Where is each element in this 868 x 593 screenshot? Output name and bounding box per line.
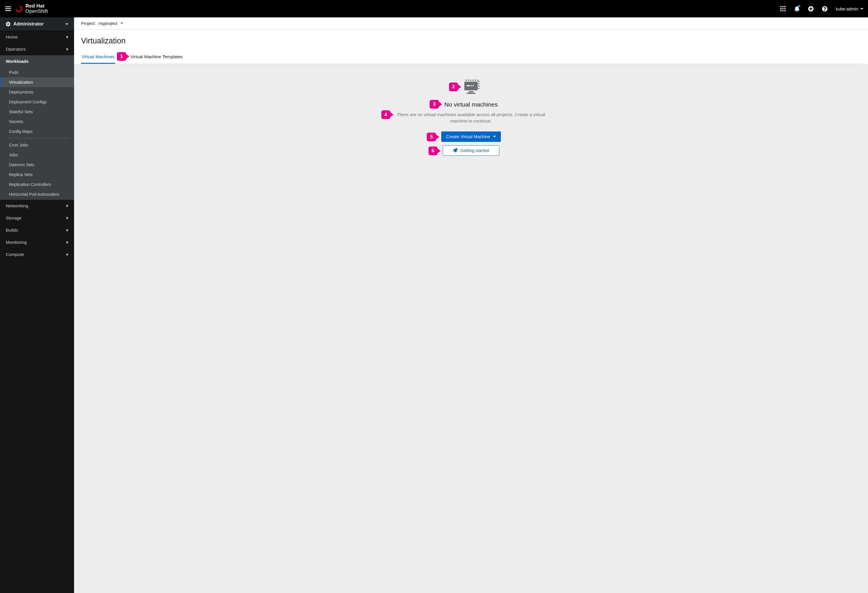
chevron-right-icon [66,217,68,219]
brand: Red Hat OpenShift [15,3,48,14]
help-button[interactable] [822,6,828,12]
tab-virtual-machines[interactable]: Virtual Machines 1 [81,51,115,64]
chevron-right-icon [66,48,68,51]
hamburger-menu-button[interactable] [2,3,14,15]
tab-label: Virtual Machines [81,54,115,59]
import-yaml-button[interactable] [808,6,813,12]
sidebar-item-home[interactable]: Home [0,31,74,43]
tab-vm-templates[interactable]: Virtual Machine Templates [130,51,183,64]
svg-rect-0 [5,6,11,7]
sidebar-item-label: Deployment Configs [9,100,47,104]
sidebar-item-label: Config Maps [9,129,32,134]
svg-rect-19 [478,86,480,87]
chevron-right-icon [66,35,68,38]
sidebar-item-compute[interactable]: Compute [0,248,74,260]
sidebar-item-workloads[interactable]: Workloads [0,55,74,68]
empty-heading: 3 No virtual machines [444,101,497,108]
create-vm-button[interactable]: 5 Create Virtual Machine [441,132,501,142]
svg-rect-11 [465,80,467,81]
sidebar-item-builds[interactable]: Builds [0,224,74,236]
sidebar-item-jobs[interactable]: Jobs [0,150,74,160]
sidebar-item-cron-jobs[interactable]: Cron Jobs [0,140,74,150]
annotation-number: 5 [427,133,436,141]
redhat-logo-icon [15,5,22,12]
sidebar-item-replication-controllers[interactable]: Replication Controllers [0,179,74,189]
svg-rect-20 [478,88,480,89]
sidebar-item-label: Workloads [6,59,29,64]
annotation-number: 1 [117,52,126,61]
chevron-right-icon [66,253,68,256]
masthead: Red Hat OpenShift kube:admin [0,0,868,17]
sidebar-item-daemon-sets[interactable]: Daemon Sets [0,160,74,170]
app-launcher-button[interactable] [780,6,786,12]
sidebar-item-label: Compute [6,252,24,257]
annotation-arrow-icon [436,135,439,140]
sidebar-item-monitoring[interactable]: Monitoring [0,236,74,248]
chevron-right-icon [66,204,68,207]
empty-illustration: 2 [364,80,578,94]
svg-rect-6 [469,91,473,92]
empty-body: 4 There are no virtual machines availabl… [396,111,546,124]
annotation-number: 2 [449,83,458,91]
sidebar-item-label: Jobs [9,152,18,157]
help-icon [822,6,828,12]
sidebar-item-deployments[interactable]: Deployments [0,87,74,97]
sidebar-item-operators[interactable]: Operators [0,43,74,55]
notifications-button[interactable] [794,6,800,12]
sidebar-item-label: Stateful Sets [9,109,33,114]
annotation-arrow-icon [126,54,129,59]
svg-rect-9 [471,85,472,86]
sidebar-item-secrets[interactable]: Secrets [0,117,74,127]
sidebar-item-horizontal-pod-autoscalers[interactable]: Horizontal Pod Autoscalers [0,189,74,199]
annotation-arrow-icon [390,112,394,117]
perspective-switcher[interactable]: Administrator [0,17,74,31]
annotation-arrow-icon [458,84,461,89]
sidebar-item-label: Monitoring [6,240,27,245]
sidebar-item-storage[interactable]: Storage [0,212,74,224]
sidebar-item-label: Networking [6,203,28,209]
annotation-callout: 1 [117,52,129,61]
annotation-callout: 6 [428,146,441,155]
annotation-callout: 5 [427,133,439,141]
content: 2 3 No virtual machines 4 There are no v… [74,64,868,593]
svg-rect-13 [470,80,471,81]
sidebar-item-label: Storage [6,216,21,220]
chevron-right-icon [66,229,68,232]
sidebar-item-deployment-configs[interactable]: Deployment Configs [0,97,74,107]
annotation-number: 4 [381,110,390,119]
svg-rect-8 [467,85,469,86]
sidebar-item-label: Horizontal Pod Autoscalers [9,192,59,197]
sidebar-item-label: Operators [6,47,26,52]
annotation-number: 6 [428,146,437,155]
chevron-down-icon [65,24,68,25]
sidebar-section-workloads: Workloads Pods Virtualization Deployment… [0,55,74,200]
svg-rect-16 [477,80,478,81]
sidebar-item-virtualization[interactable]: Virtualization [0,77,74,87]
button-label: Create Virtual Machine [446,134,490,139]
sidebar-item-replica-sets[interactable]: Replica Sets [0,170,74,179]
button-label: Getting started [460,148,489,153]
user-menu[interactable]: kube:admin [836,6,864,11]
tabs: Virtual Machines 1 Virtual Machine Templ… [81,51,861,64]
sidebar-item-label: Deployments [9,90,34,95]
getting-started-button[interactable]: 6 Getting started [443,145,499,156]
svg-rect-12 [468,80,469,81]
sidebar-item-label: Replication Controllers [9,182,51,187]
empty-state: 2 3 No virtual machines 4 There are no v… [364,80,578,156]
apps-grid-icon [780,6,785,11]
chevron-right-icon [66,241,68,244]
sidebar-item-stateful-sets[interactable]: Stateful Sets [0,107,74,117]
sidebar-item-networking[interactable]: Networking [0,200,74,212]
page-title: Virtualization [81,37,861,46]
annotation-arrow-icon [437,148,441,154]
chevron-down-icon [120,22,123,24]
brand-line2: OpenShift [25,8,48,14]
sidebar-item-config-maps[interactable]: Config Maps [0,127,74,136]
annotation-callout: 2 [449,83,461,91]
sidebar-item-pods[interactable]: Pods [0,68,74,77]
plus-circle-icon [808,6,813,12]
svg-rect-15 [475,80,476,81]
annotation-number: 3 [430,100,438,109]
sidebar-item-label: Builds [6,228,18,233]
project-selector[interactable]: Project: myproject [74,17,868,30]
